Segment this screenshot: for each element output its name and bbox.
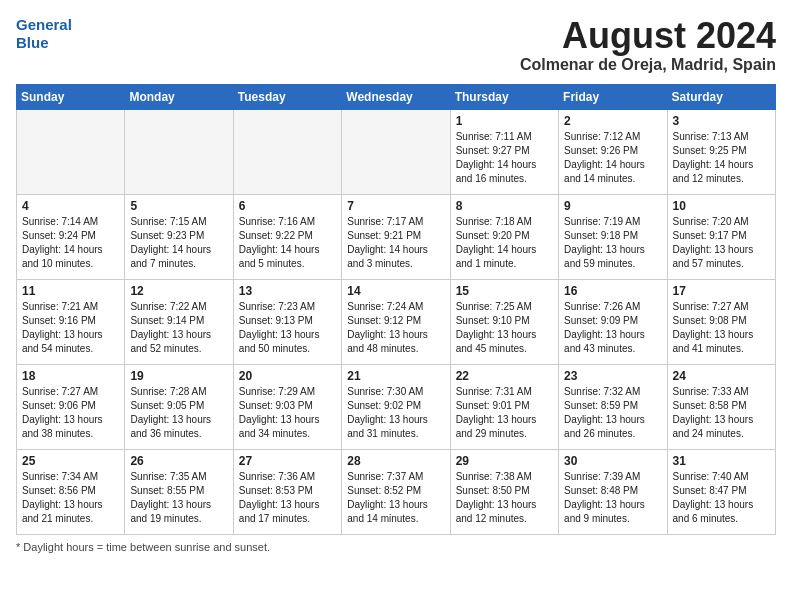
table-row: 31Sunrise: 7:40 AMSunset: 8:47 PMDayligh… [667, 449, 775, 534]
table-row: 22Sunrise: 7:31 AMSunset: 9:01 PMDayligh… [450, 364, 558, 449]
calendar-week-row: 18Sunrise: 7:27 AMSunset: 9:06 PMDayligh… [17, 364, 776, 449]
cell-info: Sunrise: 7:28 AMSunset: 9:05 PMDaylight:… [130, 385, 227, 441]
table-row: 19Sunrise: 7:28 AMSunset: 9:05 PMDayligh… [125, 364, 233, 449]
cell-info: Sunrise: 7:20 AMSunset: 9:17 PMDaylight:… [673, 215, 770, 271]
day-number: 24 [673, 369, 770, 383]
calendar-week-row: 1Sunrise: 7:11 AMSunset: 9:27 PMDaylight… [17, 109, 776, 194]
table-row: 28Sunrise: 7:37 AMSunset: 8:52 PMDayligh… [342, 449, 450, 534]
day-number: 10 [673, 199, 770, 213]
cell-info: Sunrise: 7:33 AMSunset: 8:58 PMDaylight:… [673, 385, 770, 441]
table-row: 14Sunrise: 7:24 AMSunset: 9:12 PMDayligh… [342, 279, 450, 364]
calendar-week-row: 4Sunrise: 7:14 AMSunset: 9:24 PMDaylight… [17, 194, 776, 279]
cell-info: Sunrise: 7:22 AMSunset: 9:14 PMDaylight:… [130, 300, 227, 356]
day-number: 4 [22, 199, 119, 213]
table-row: 13Sunrise: 7:23 AMSunset: 9:13 PMDayligh… [233, 279, 341, 364]
calendar-day-header: Tuesday [233, 84, 341, 109]
cell-info: Sunrise: 7:18 AMSunset: 9:20 PMDaylight:… [456, 215, 553, 271]
calendar-day-header: Friday [559, 84, 667, 109]
cell-info: Sunrise: 7:39 AMSunset: 8:48 PMDaylight:… [564, 470, 661, 526]
cell-info: Sunrise: 7:16 AMSunset: 9:22 PMDaylight:… [239, 215, 336, 271]
table-row: 12Sunrise: 7:22 AMSunset: 9:14 PMDayligh… [125, 279, 233, 364]
table-row: 9Sunrise: 7:19 AMSunset: 9:18 PMDaylight… [559, 194, 667, 279]
location-subtitle: Colmenar de Oreja, Madrid, Spain [520, 56, 776, 74]
calendar-week-row: 11Sunrise: 7:21 AMSunset: 9:16 PMDayligh… [17, 279, 776, 364]
day-number: 18 [22, 369, 119, 383]
cell-info: Sunrise: 7:21 AMSunset: 9:16 PMDaylight:… [22, 300, 119, 356]
day-number: 28 [347, 454, 444, 468]
cell-info: Sunrise: 7:27 AMSunset: 9:06 PMDaylight:… [22, 385, 119, 441]
day-number: 8 [456, 199, 553, 213]
table-row: 3Sunrise: 7:13 AMSunset: 9:25 PMDaylight… [667, 109, 775, 194]
day-number: 5 [130, 199, 227, 213]
day-number: 12 [130, 284, 227, 298]
table-row: 17Sunrise: 7:27 AMSunset: 9:08 PMDayligh… [667, 279, 775, 364]
day-number: 27 [239, 454, 336, 468]
day-number: 1 [456, 114, 553, 128]
day-number: 16 [564, 284, 661, 298]
month-year-title: August 2024 [520, 16, 776, 56]
table-row: 18Sunrise: 7:27 AMSunset: 9:06 PMDayligh… [17, 364, 125, 449]
table-row: 2Sunrise: 7:12 AMSunset: 9:26 PMDaylight… [559, 109, 667, 194]
day-number: 19 [130, 369, 227, 383]
table-row: 23Sunrise: 7:32 AMSunset: 8:59 PMDayligh… [559, 364, 667, 449]
cell-info: Sunrise: 7:36 AMSunset: 8:53 PMDaylight:… [239, 470, 336, 526]
cell-info: Sunrise: 7:30 AMSunset: 9:02 PMDaylight:… [347, 385, 444, 441]
day-number: 30 [564, 454, 661, 468]
calendar-day-header: Saturday [667, 84, 775, 109]
table-row: 7Sunrise: 7:17 AMSunset: 9:21 PMDaylight… [342, 194, 450, 279]
day-number: 2 [564, 114, 661, 128]
cell-info: Sunrise: 7:25 AMSunset: 9:10 PMDaylight:… [456, 300, 553, 356]
daylight-label: Daylight hours [23, 541, 93, 553]
table-row: 16Sunrise: 7:26 AMSunset: 9:09 PMDayligh… [559, 279, 667, 364]
day-number: 20 [239, 369, 336, 383]
page-header: Gen eral General Blue August 2024 Colmen… [16, 16, 776, 74]
cell-info: Sunrise: 7:14 AMSunset: 9:24 PMDaylight:… [22, 215, 119, 271]
table-row: 4Sunrise: 7:14 AMSunset: 9:24 PMDaylight… [17, 194, 125, 279]
day-number: 26 [130, 454, 227, 468]
table-row [233, 109, 341, 194]
logo-blue-text: Blue [16, 34, 72, 52]
calendar-day-header: Sunday [17, 84, 125, 109]
logo-general-text: General [16, 16, 72, 34]
table-row [125, 109, 233, 194]
table-row: 27Sunrise: 7:36 AMSunset: 8:53 PMDayligh… [233, 449, 341, 534]
day-number: 11 [22, 284, 119, 298]
day-number: 21 [347, 369, 444, 383]
cell-info: Sunrise: 7:31 AMSunset: 9:01 PMDaylight:… [456, 385, 553, 441]
day-number: 25 [22, 454, 119, 468]
table-row: 8Sunrise: 7:18 AMSunset: 9:20 PMDaylight… [450, 194, 558, 279]
table-row: 20Sunrise: 7:29 AMSunset: 9:03 PMDayligh… [233, 364, 341, 449]
cell-info: Sunrise: 7:13 AMSunset: 9:25 PMDaylight:… [673, 130, 770, 186]
day-number: 15 [456, 284, 553, 298]
table-row [342, 109, 450, 194]
table-row: 25Sunrise: 7:34 AMSunset: 8:56 PMDayligh… [17, 449, 125, 534]
cell-info: Sunrise: 7:12 AMSunset: 9:26 PMDaylight:… [564, 130, 661, 186]
day-number: 17 [673, 284, 770, 298]
cell-info: Sunrise: 7:34 AMSunset: 8:56 PMDaylight:… [22, 470, 119, 526]
cell-info: Sunrise: 7:29 AMSunset: 9:03 PMDaylight:… [239, 385, 336, 441]
calendar-day-header: Thursday [450, 84, 558, 109]
table-row: 29Sunrise: 7:38 AMSunset: 8:50 PMDayligh… [450, 449, 558, 534]
calendar-header-row: SundayMondayTuesdayWednesdayThursdayFrid… [17, 84, 776, 109]
day-number: 22 [456, 369, 553, 383]
day-number: 13 [239, 284, 336, 298]
logo: Gen eral General Blue [16, 16, 72, 52]
day-number: 14 [347, 284, 444, 298]
cell-info: Sunrise: 7:40 AMSunset: 8:47 PMDaylight:… [673, 470, 770, 526]
day-number: 6 [239, 199, 336, 213]
cell-info: Sunrise: 7:27 AMSunset: 9:08 PMDaylight:… [673, 300, 770, 356]
table-row: 11Sunrise: 7:21 AMSunset: 9:16 PMDayligh… [17, 279, 125, 364]
table-row: 26Sunrise: 7:35 AMSunset: 8:55 PMDayligh… [125, 449, 233, 534]
day-number: 9 [564, 199, 661, 213]
table-row: 15Sunrise: 7:25 AMSunset: 9:10 PMDayligh… [450, 279, 558, 364]
calendar-day-header: Monday [125, 84, 233, 109]
table-row: 6Sunrise: 7:16 AMSunset: 9:22 PMDaylight… [233, 194, 341, 279]
cell-info: Sunrise: 7:37 AMSunset: 8:52 PMDaylight:… [347, 470, 444, 526]
calendar-table: SundayMondayTuesdayWednesdayThursdayFrid… [16, 84, 776, 535]
table-row: 21Sunrise: 7:30 AMSunset: 9:02 PMDayligh… [342, 364, 450, 449]
cell-info: Sunrise: 7:32 AMSunset: 8:59 PMDaylight:… [564, 385, 661, 441]
table-row: 30Sunrise: 7:39 AMSunset: 8:48 PMDayligh… [559, 449, 667, 534]
calendar-day-header: Wednesday [342, 84, 450, 109]
table-row: 24Sunrise: 7:33 AMSunset: 8:58 PMDayligh… [667, 364, 775, 449]
table-row [17, 109, 125, 194]
